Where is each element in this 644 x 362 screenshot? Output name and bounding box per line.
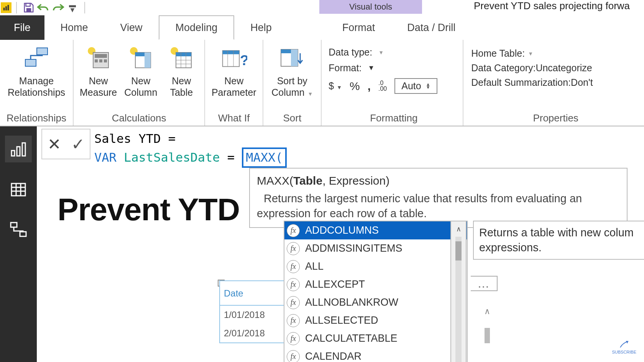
- decimal-places-icon: .0.00: [378, 80, 387, 92]
- ribbon-group-relationships: Manage Relationships Relationships: [0, 40, 74, 126]
- new-parameter-button[interactable]: ? New Parameter: [209, 44, 259, 98]
- intellisense-label: ALLEXCEPT: [305, 278, 365, 290]
- measure-name: Sales YTD: [94, 131, 161, 146]
- currency-button[interactable]: $ ▼: [329, 80, 342, 92]
- data-category-dropdown[interactable]: Data Category: Uncategorize: [471, 62, 593, 74]
- default-summarization-dropdown[interactable]: Default Summarization: Don't: [471, 77, 593, 88]
- intellisense-item[interactable]: fxCALENDAR: [284, 347, 467, 362]
- scroll-thumb[interactable]: [455, 241, 462, 260]
- commit-formula-button[interactable]: ✓: [66, 129, 90, 159]
- svg-rect-3: [26, 3, 30, 7]
- svg-rect-33: [17, 147, 20, 156]
- cancel-formula-button[interactable]: ✕: [42, 129, 66, 159]
- ribbon-group-whatif: ? New Parameter What If: [205, 40, 263, 126]
- home-table-dropdown[interactable]: Home Table:▼: [471, 48, 593, 59]
- decimal-places-input[interactable]: Auto▲▼: [394, 78, 437, 94]
- svg-rect-9: [95, 54, 107, 58]
- format-dropdown[interactable]: Format:▼: [329, 62, 375, 74]
- tab-data-drill[interactable]: Data / Drill: [391, 15, 472, 40]
- intellisense-item[interactable]: fxALLSELECTED: [284, 311, 467, 329]
- quick-access-toolbar: ▬▼ Visual tools Prevent YTD sales projec…: [0, 0, 644, 15]
- manage-relationships-button[interactable]: Manage Relationships: [4, 44, 69, 98]
- equals-sign: =: [161, 131, 176, 146]
- intellisense-item[interactable]: fxALLNOBLANKROW: [284, 293, 467, 311]
- qat-separator: [16, 2, 17, 13]
- table-row: 1/01/2018: [220, 306, 284, 324]
- svg-rect-40: [11, 223, 17, 227]
- intellisense-item[interactable]: fxADDCOLUMNS: [284, 221, 467, 239]
- svg-rect-11: [99, 59, 102, 62]
- new-parameter-icon: ?: [220, 44, 247, 71]
- svg-rect-41: [20, 232, 26, 236]
- svg-rect-1: [5, 6, 7, 10]
- redo-button[interactable]: [51, 0, 65, 15]
- model-view-button[interactable]: [5, 217, 32, 244]
- intellisense-item[interactable]: fxALLEXCEPT: [284, 275, 467, 293]
- tab-home[interactable]: Home: [44, 15, 104, 40]
- group-label-relationships: Relationships: [7, 112, 66, 124]
- intellisense-scrollbar[interactable]: ∧: [450, 221, 467, 362]
- tab-file[interactable]: File: [0, 15, 44, 40]
- qat-customize-dropdown[interactable]: ▬▼: [65, 0, 80, 15]
- new-table-icon: [168, 44, 195, 71]
- new-measure-button[interactable]: New Measure: [77, 44, 119, 98]
- ribbon-group-sort: Sort by Column▼ Sort: [263, 40, 322, 126]
- ribbon-group-properties: Home Table:▼ Data Category: Uncategorize…: [463, 40, 644, 126]
- sort-by-column-button[interactable]: Sort by Column▼: [267, 44, 317, 98]
- svg-rect-25: [223, 51, 240, 54]
- scroll-thumb[interactable]: [485, 328, 490, 343]
- thousands-separator-button[interactable]: ,: [368, 80, 371, 93]
- intellisense-item[interactable]: fxADDMISSINGITEMS: [284, 239, 467, 257]
- date-table-visual[interactable]: Date 1/01/2018 2/01/2018: [219, 280, 284, 343]
- report-view-button[interactable]: [5, 136, 32, 162]
- intellisense-item[interactable]: fxALL: [284, 257, 467, 275]
- function-icon: fx: [287, 260, 300, 273]
- svg-text:?: ?: [240, 52, 247, 68]
- svg-rect-35: [12, 183, 25, 196]
- undo-button[interactable]: [36, 0, 51, 15]
- new-measure-label: New Measure: [80, 75, 117, 98]
- svg-rect-34: [22, 143, 25, 156]
- intellisense-label: ADDCOLUMNS: [305, 224, 379, 236]
- sort-icon: [279, 44, 306, 71]
- sort-by-column-label: Sort by Column▼: [271, 75, 313, 98]
- data-view-button[interactable]: [5, 176, 32, 203]
- intellisense-description: Returns a table with new colum expressio…: [473, 221, 644, 260]
- save-button[interactable]: [21, 0, 36, 15]
- function-signature-tooltip: MAXX(Table, Expression) Returns the larg…: [249, 168, 628, 228]
- group-label-properties: Properties: [533, 112, 578, 124]
- percent-button[interactable]: %: [350, 80, 360, 93]
- scroll-track[interactable]: [455, 237, 462, 362]
- tab-help[interactable]: Help: [234, 15, 288, 40]
- intellisense-dropdown[interactable]: fxADDCOLUMNS fxADDMISSINGITEMS fxALL fxA…: [284, 221, 468, 362]
- date-column-header[interactable]: Date: [220, 281, 284, 306]
- visual-options-button[interactable]: ⋯: [471, 276, 498, 291]
- svg-rect-19: [176, 52, 191, 56]
- scroll-up-arrow[interactable]: ∧: [484, 306, 490, 316]
- tab-modeling[interactable]: Modeling: [159, 15, 235, 40]
- group-label-formatting: Formatting: [370, 112, 417, 124]
- svg-rect-12: [104, 59, 107, 62]
- tab-view[interactable]: View: [104, 15, 159, 40]
- new-column-button[interactable]: New Column: [122, 44, 160, 98]
- svg-rect-16: [145, 52, 151, 68]
- group-label-whatif: What If: [218, 112, 250, 124]
- equals-sign-2: =: [227, 150, 242, 165]
- window-title: Prevent YTD sales projecting forwa: [474, 0, 630, 12]
- intellisense-item[interactable]: fxCALCULATETABLE: [284, 329, 467, 347]
- formula-editor[interactable]: Sales YTD = VAR LastSalesDate = MAXX(: [94, 129, 287, 169]
- function-highlight-box: MAXX(: [242, 147, 286, 168]
- new-table-button[interactable]: New Table: [162, 44, 200, 98]
- function-icon: fx: [287, 242, 300, 255]
- data-type-dropdown[interactable]: Data type:▼: [329, 47, 384, 58]
- tab-format[interactable]: Format: [326, 15, 391, 40]
- contextual-tab-group: Visual tools: [319, 0, 422, 14]
- function-icon: fx: [287, 314, 300, 327]
- ribbon: Manage Relationships Relationships New M…: [0, 40, 644, 126]
- group-label-calculations: Calculations: [112, 112, 166, 124]
- new-table-label: New Table: [170, 75, 193, 98]
- scroll-up-arrow[interactable]: ∧: [451, 221, 466, 237]
- relationships-icon: [23, 44, 50, 71]
- visual-scrollbar[interactable]: ∧: [481, 306, 493, 362]
- signature-text: MAXX(Table, Expression): [257, 173, 620, 189]
